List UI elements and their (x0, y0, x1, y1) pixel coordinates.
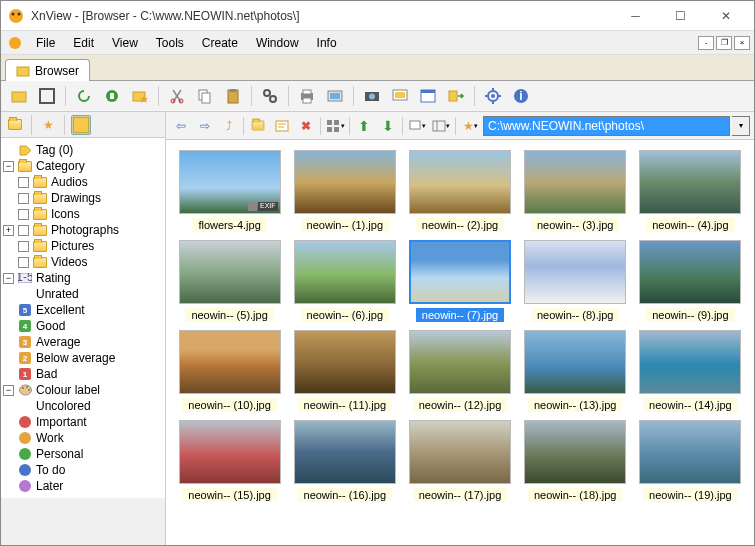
rename-button[interactable] (271, 115, 293, 137)
tree-node[interactable]: 5Excellent (3, 302, 163, 318)
settings-button[interactable] (481, 84, 505, 108)
tree-node[interactable]: 1Bad (3, 366, 163, 382)
thumbnail[interactable]: neowin-- (1).jpg (291, 150, 398, 232)
nav-back-button[interactable]: ⇦ (170, 115, 192, 137)
thumbnail[interactable]: neowin-- (11).jpg (291, 330, 398, 412)
checkbox[interactable] (18, 177, 29, 188)
thumbnail[interactable]: neowin-- (2).jpg (406, 150, 513, 232)
search-button[interactable] (258, 84, 282, 108)
sidebar-star-button[interactable]: ★ (38, 115, 58, 135)
thumbnail[interactable]: neowin-- (7).jpg (406, 240, 513, 322)
acquire-button[interactable] (323, 84, 347, 108)
tree-node[interactable]: 4Good (3, 318, 163, 334)
tree-node[interactable]: Videos (3, 254, 163, 270)
thumbnail[interactable]: neowin-- (18).jpg (522, 420, 629, 502)
delete-button[interactable]: ✖ (295, 115, 317, 137)
checkbox[interactable] (18, 257, 29, 268)
tree-node[interactable]: Drawings (3, 190, 163, 206)
fullscreen-button[interactable] (35, 84, 59, 108)
thumbnail[interactable]: neowin-- (6).jpg (291, 240, 398, 322)
path-input[interactable]: C:\www.NEOWIN.net\photos\ (483, 116, 730, 136)
tree-node[interactable]: Important (3, 414, 163, 430)
menu-tools[interactable]: Tools (147, 33, 193, 53)
tree-node[interactable]: Audios (3, 174, 163, 190)
tree-node[interactable]: Personal (3, 446, 163, 462)
stop-button[interactable] (100, 84, 124, 108)
sidebar-tag-button[interactable] (5, 115, 25, 135)
cut-button[interactable] (165, 84, 189, 108)
menu-info[interactable]: Info (308, 33, 346, 53)
open-file-button[interactable] (7, 84, 31, 108)
menu-edit[interactable]: Edit (64, 33, 103, 53)
nav-forward-button[interactable]: ⇨ (194, 115, 216, 137)
tree-node[interactable]: 2Below average (3, 350, 163, 366)
tab-browser[interactable]: Browser (5, 59, 90, 81)
thumbnail[interactable]: neowin-- (3).jpg (522, 150, 629, 232)
path-dropdown-button[interactable]: ▾ (732, 116, 750, 136)
thumbnail[interactable]: neowin-- (9).jpg (637, 240, 744, 322)
print-button[interactable] (295, 84, 319, 108)
webpage-button[interactable] (416, 84, 440, 108)
tree-node[interactable]: Tag (0) (3, 142, 163, 158)
thumbnail[interactable]: neowin-- (19).jpg (637, 420, 744, 502)
thumbnail[interactable]: neowin-- (14).jpg (637, 330, 744, 412)
minimize-button[interactable]: ─ (613, 2, 658, 30)
mdi-restore-button[interactable]: ❐ (716, 36, 732, 50)
favorites-folder-button[interactable] (128, 84, 152, 108)
batch-convert-button[interactable] (444, 84, 468, 108)
checkbox[interactable] (18, 193, 29, 204)
tree-node[interactable]: Uncolored (3, 398, 163, 414)
view-mode-button[interactable]: ▾ (324, 115, 346, 137)
nav-up-button[interactable]: ⤴ (218, 115, 240, 137)
collapse-icon[interactable]: − (3, 385, 14, 396)
thumbnail[interactable]: neowin-- (5).jpg (176, 240, 283, 322)
menu-window[interactable]: Window (247, 33, 308, 53)
tree-node[interactable]: −1-5Rating (3, 270, 163, 286)
copy-icon[interactable] (193, 84, 217, 108)
mdi-minimize-button[interactable]: - (698, 36, 714, 50)
tree-node[interactable]: +Photographs (3, 222, 163, 238)
thumbnail[interactable]: neowin-- (8).jpg (522, 240, 629, 322)
layout-dropdown-button[interactable]: ▾ (430, 115, 452, 137)
sort-desc-button[interactable]: ⬇ (377, 115, 399, 137)
maximize-button[interactable]: ☐ (658, 2, 703, 30)
paste-button[interactable] (221, 84, 245, 108)
collapse-icon[interactable]: − (3, 273, 14, 284)
thumbnail[interactable]: neowin-- (10).jpg (176, 330, 283, 412)
thumbnail[interactable]: EXIFflowers-4.jpg (176, 150, 283, 232)
sidebar-categories-button[interactable] (71, 115, 91, 135)
favorites-star-button[interactable]: ★▾ (459, 115, 481, 137)
collapse-icon[interactable]: − (3, 161, 14, 172)
expand-icon[interactable]: + (3, 225, 14, 236)
tree-node[interactable]: Icons (3, 206, 163, 222)
mdi-close-button[interactable]: × (734, 36, 750, 50)
menu-file[interactable]: File (27, 33, 64, 53)
slideshow-button[interactable] (388, 84, 412, 108)
checkbox[interactable] (18, 225, 29, 236)
tree-node[interactable]: Unrated (3, 286, 163, 302)
thumbnail[interactable]: neowin-- (13).jpg (522, 330, 629, 412)
tree-node[interactable]: 3Average (3, 334, 163, 350)
thumbnail[interactable]: neowin-- (15).jpg (176, 420, 283, 502)
tree-node[interactable]: To do (3, 462, 163, 478)
thumbnail[interactable]: neowin-- (4).jpg (637, 150, 744, 232)
new-folder-button[interactable] (247, 115, 269, 137)
capture-button[interactable] (360, 84, 384, 108)
tree-node[interactable]: Pictures (3, 238, 163, 254)
thumbnail[interactable]: neowin-- (17).jpg (406, 420, 513, 502)
checkbox[interactable] (18, 241, 29, 252)
thumbnail[interactable]: neowin-- (16).jpg (291, 420, 398, 502)
close-button[interactable]: ✕ (703, 2, 748, 30)
tree-node[interactable]: −Colour label (3, 382, 163, 398)
checkbox[interactable] (18, 209, 29, 220)
menu-view[interactable]: View (103, 33, 147, 53)
menu-create[interactable]: Create (193, 33, 247, 53)
sort-asc-button[interactable]: ⬆ (353, 115, 375, 137)
tree-node[interactable]: Work (3, 430, 163, 446)
thumbnail[interactable]: neowin-- (12).jpg (406, 330, 513, 412)
tree-node[interactable]: Later (3, 478, 163, 494)
help-button[interactable]: i (509, 84, 533, 108)
tree-node[interactable]: −Category (3, 158, 163, 174)
filter-dropdown-button[interactable]: ▾ (406, 115, 428, 137)
refresh-button[interactable] (72, 84, 96, 108)
